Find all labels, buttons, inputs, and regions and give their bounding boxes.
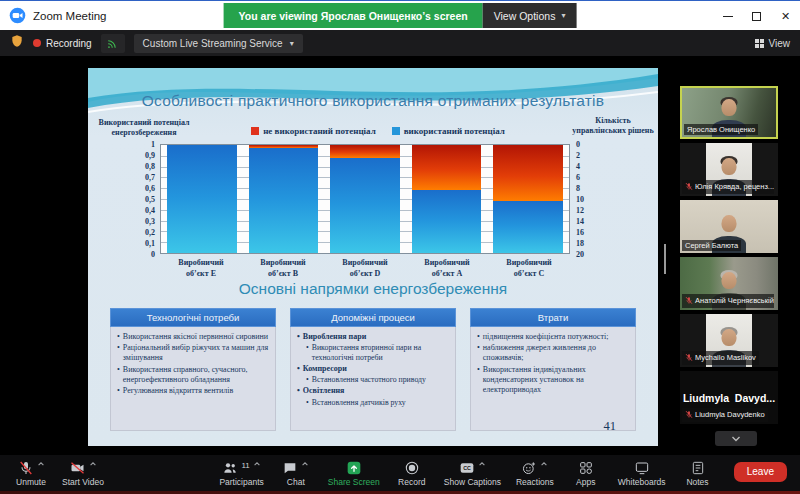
axis-tick-left: 0,7 — [145, 173, 155, 182]
record-icon — [404, 460, 420, 478]
bullet-icon: • — [477, 343, 480, 363]
chevron-up-icon[interactable] — [253, 460, 261, 470]
reactions-icon — [521, 460, 537, 478]
axis-tick-right: 18 — [576, 239, 584, 248]
bullet-icon: • — [477, 365, 480, 396]
participants-icon — [222, 460, 238, 478]
reactions-button[interactable]: Reactions — [516, 460, 554, 487]
bullet-icon: • — [297, 386, 300, 396]
participants-count-badge: 11 — [241, 461, 249, 470]
panel-resize-handle[interactable] — [664, 244, 666, 274]
participant-name: Liudmyla Davydenko — [695, 411, 765, 419]
collapse-panel-button[interactable] — [715, 431, 757, 446]
card-bullet-item: •Встановлення датчиків руху — [306, 398, 449, 408]
slide-title: Особливості практичного використання отр… — [88, 92, 658, 110]
participant-tile-1[interactable]: Ярослав Онищенко — [680, 86, 778, 139]
card-body: •Використання якісної первинної сировини… — [110, 327, 276, 431]
axis-tick-left: 0,4 — [145, 206, 155, 215]
view-layout-button[interactable]: View — [755, 38, 791, 49]
apps-button[interactable]: Apps — [569, 460, 603, 487]
category-label: Виробничийоб’єкт C — [488, 258, 570, 280]
axis-tick-right: 4 — [576, 162, 580, 171]
mic-muted-icon — [18, 460, 34, 478]
chart-legend: не використаний потенціалвикористаний по… — [208, 126, 548, 136]
share-screen-button[interactable]: Share Screen — [328, 460, 380, 487]
bar-segment-used — [493, 201, 563, 253]
toolbar-button-label: Start Video — [62, 478, 104, 487]
start-video-button[interactable]: Start Video — [62, 460, 104, 487]
participant-tile-2[interactable]: Юлія Крявда, реценз... — [680, 143, 778, 196]
video-muted-icon — [69, 460, 86, 478]
chevron-up-icon[interactable] — [478, 460, 486, 470]
card-bullet-text: наближення джерел живлення до споживачів… — [483, 343, 629, 363]
direction-card-2: Допоміжні процеси•Вироблення пари•Викори… — [290, 308, 456, 431]
chevron-up-icon[interactable] — [89, 460, 97, 470]
leave-button[interactable]: Leave — [734, 462, 787, 482]
window-title: Zoom Meeting — [33, 10, 107, 22]
legend-swatch-icon — [251, 127, 259, 135]
minimize-icon — [723, 16, 733, 17]
participant-tile-3[interactable]: Сергей Балюта — [680, 200, 778, 253]
legend-label: не використаний потенціал — [263, 126, 376, 136]
left-axis-title: Використаний потенціал енергозбереження — [96, 118, 192, 139]
bars-container — [161, 145, 569, 253]
bar-2 — [243, 145, 325, 253]
directions-cards-row: Технологічні потреби•Використання якісно… — [110, 308, 636, 431]
streaming-service-button[interactable]: Custom Live Streaming Service ▾ — [134, 34, 303, 53]
participants-button[interactable]: 11Participants — [219, 460, 263, 487]
window-title-bar: Zoom Meeting You are viewing Ярослав Они… — [0, 0, 800, 30]
participant-tile-5[interactable]: Mychailo Maslikov — [680, 314, 778, 367]
stacked-bar-chart: 10,90,80,70,60,50,40,30,20,10 0246810121… — [130, 144, 598, 254]
participant-tile-6[interactable]: Liudmyla Davyd...Liudmyla Davydenko — [680, 371, 778, 424]
bar-segment-used — [249, 148, 319, 253]
recording-indicator: Recording — [33, 38, 92, 49]
recording-dot-icon — [33, 39, 41, 47]
legend-item: використаний потенціал — [392, 126, 505, 136]
head — [722, 272, 737, 289]
card-bullet-item: •підвищення коефіцієнта потужності; — [477, 332, 629, 342]
live-stream-signal-icon — [101, 34, 125, 53]
axis-tick-left: 0,3 — [145, 217, 155, 226]
participant-tile-4[interactable]: Анатолій Черняєвській — [680, 257, 778, 310]
chevron-up-icon[interactable] — [540, 460, 548, 470]
security-shield-icon[interactable] — [10, 34, 24, 52]
meeting-toolbar: Recording Custom Live Streaming Service … — [0, 30, 800, 56]
left-axis-ticks: 10,90,80,70,60,50,40,30,20,10 — [130, 144, 160, 254]
whiteboards-button[interactable]: Whiteboards — [618, 460, 666, 487]
card-bullet-text: Вироблення пари — [303, 332, 366, 342]
participant-name-label: Mychailo Maslikov — [682, 351, 759, 366]
chevron-up-icon[interactable] — [301, 460, 309, 470]
axis-tick-right: 10 — [576, 195, 584, 204]
meeting-controls-toolbar: UnmuteStart Video 11ParticipantsChatShar… — [0, 455, 800, 491]
participant-name-label: Liudmyla Davydenko — [682, 408, 768, 423]
card-bullet-item: •Використання вторинної пари на технолог… — [306, 343, 449, 363]
bullet-icon: • — [306, 398, 309, 408]
toolbar-button-label: Share Screen — [328, 478, 380, 487]
zoom-app-icon — [9, 7, 26, 24]
category-label: Виробничийоб’єкт B — [242, 258, 324, 280]
chevron-up-icon[interactable] — [37, 460, 45, 470]
view-grid-icon — [755, 39, 764, 48]
record-button[interactable]: Record — [395, 460, 429, 487]
minimize-button[interactable] — [713, 1, 742, 31]
participant-name-label: Ярослав Онищенко — [684, 124, 758, 136]
chat-icon — [282, 460, 298, 478]
maximize-button[interactable] — [742, 1, 771, 31]
category-axis-labels: Виробничийоб’єкт EВиробничийоб’єкт BВиро… — [160, 258, 570, 280]
maximize-icon — [752, 12, 761, 21]
axis-tick-right: 8 — [576, 184, 580, 193]
unmute-button[interactable]: Unmute — [14, 460, 48, 487]
close-button[interactable]: ✕ — [771, 1, 800, 31]
card-bullet-text: підвищення коефіцієнта потужності; — [483, 332, 609, 342]
svg-text:CC: CC — [463, 465, 471, 471]
chat-button[interactable]: Chat — [279, 460, 313, 487]
bullet-icon: • — [117, 332, 120, 342]
bar-segment-unused — [412, 145, 482, 190]
view-options-button[interactable]: View Options ▾ — [483, 3, 577, 28]
chart-plot-area — [160, 144, 570, 254]
notes-button[interactable]: Notes — [681, 460, 715, 487]
card-bullet-item: •Використання якісної первинної сировини — [117, 332, 269, 342]
participant-name: Анатолій Черняєвській — [695, 297, 774, 305]
right-axis-ticks: 02468101214161820 — [570, 144, 598, 254]
show-captions-button[interactable]: CCShow Captions — [444, 460, 501, 487]
